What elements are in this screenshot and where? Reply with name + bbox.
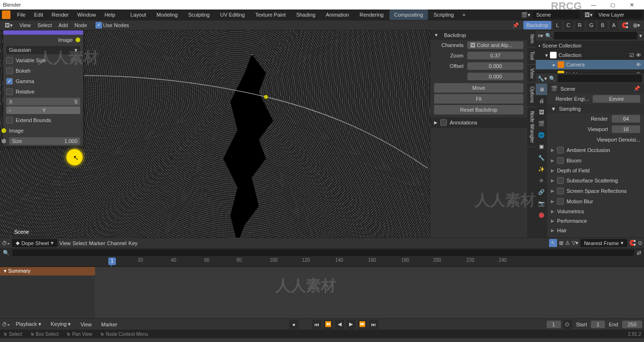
- blur-x-field[interactable]: X5: [6, 98, 80, 105]
- dope-show-sliders-icon[interactable]: ⊞: [559, 240, 563, 246]
- timeline-ruler[interactable]: 1 20406080100120140160180200220240: [0, 257, 644, 267]
- snap-type-dropdown[interactable]: ⊞▾: [631, 22, 642, 28]
- playbar-marker[interactable]: Marker: [97, 321, 121, 328]
- backdrop-toggle[interactable]: Backdrop: [523, 21, 551, 29]
- blur-type-dropdown[interactable]: Gaussian▾: [6, 46, 80, 54]
- zoom-field[interactable]: 0.37: [467, 52, 523, 59]
- tab-modeling[interactable]: Modeling: [152, 10, 183, 20]
- tab-animation[interactable]: Animation: [321, 10, 354, 20]
- offset-x-field[interactable]: 0.000: [467, 62, 523, 70]
- menu-window[interactable]: Window: [74, 10, 100, 20]
- image-output-socket[interactable]: [76, 38, 80, 42]
- viewlayer-browse-icon[interactable]: 🖼▾: [585, 12, 593, 18]
- dopesheet-editor-dropdown[interactable]: ⏱▾: [2, 240, 10, 246]
- scene-name-field[interactable]: Scene: [532, 11, 580, 19]
- maximize-button[interactable]: ▢: [603, 2, 622, 8]
- backdrop-panel-header[interactable]: ▼Backdrop: [430, 30, 527, 40]
- close-button[interactable]: ✕: [622, 2, 641, 8]
- dope-menu-view[interactable]: View: [59, 240, 71, 246]
- menu-edit[interactable]: Edit: [30, 10, 47, 20]
- scene-browse-icon[interactable]: 🎬▾: [521, 12, 530, 18]
- output-tab-icon[interactable]: 🖨: [536, 95, 547, 106]
- reset-backdrop-button[interactable]: Reset Backdrop: [434, 105, 523, 114]
- summary-row[interactable]: ▾ Summary: [0, 267, 95, 276]
- vtab-options[interactable]: Options: [527, 83, 536, 107]
- viewport-samples-field[interactable]: 16: [612, 125, 640, 133]
- annotations-panel-header[interactable]: ▶Annotations: [430, 117, 527, 128]
- compositor-menu-add[interactable]: Add: [56, 20, 71, 30]
- section-ambient-occlusion[interactable]: ▶Ambient Occlusion: [547, 145, 644, 155]
- tab-scripting[interactable]: Scripting: [429, 10, 459, 20]
- autokey-button[interactable]: ●: [289, 320, 299, 329]
- nearest-frame-dropdown[interactable]: Nearest Frame▾: [580, 239, 627, 247]
- outliner-collection[interactable]: ▾Collection☑👁: [536, 50, 644, 60]
- section-motion-blur[interactable]: ▶Motion Blur: [547, 196, 644, 207]
- minimize-button[interactable]: —: [584, 2, 603, 8]
- outliner-type-dropdown[interactable]: ≡▾: [538, 33, 543, 39]
- dope-menu-select[interactable]: Select: [73, 240, 87, 246]
- playback-dropdown[interactable]: Playback ▾: [12, 320, 45, 328]
- tab-sculpting[interactable]: Sculpting: [183, 10, 214, 20]
- dope-menu-marker[interactable]: Marker: [89, 240, 105, 246]
- props-search-field[interactable]: [558, 75, 642, 82]
- tab-layout[interactable]: Layout: [126, 10, 151, 20]
- relative-checkbox[interactable]: [6, 88, 13, 95]
- image-input-socket[interactable]: [1, 128, 6, 133]
- section-checkbox[interactable]: [557, 177, 564, 184]
- play-reverse-button[interactable]: ◀: [335, 320, 344, 329]
- eye-icon[interactable]: 👁: [636, 62, 641, 67]
- outliner-scene-collection[interactable]: ▪Scene Collection: [536, 41, 644, 50]
- dope-search-field[interactable]: [12, 249, 634, 256]
- snap-icon[interactable]: 🧲: [620, 22, 630, 28]
- channel-l[interactable]: L: [553, 21, 562, 29]
- section-checkbox[interactable]: [557, 147, 564, 153]
- pin-icon[interactable]: 📌: [634, 86, 640, 92]
- bokeh-checkbox[interactable]: [6, 67, 13, 74]
- filter-icon[interactable]: ▾: [639, 33, 642, 39]
- extend-bounds-checkbox[interactable]: [6, 117, 13, 124]
- menu-help[interactable]: Help: [101, 10, 119, 20]
- render-samples-field[interactable]: 64: [612, 115, 640, 123]
- playbar-view[interactable]: View: [76, 321, 95, 328]
- size-field[interactable]: Size1.000: [9, 137, 80, 145]
- section-screen-space-reflections[interactable]: ▶Screen Space Reflections: [547, 186, 644, 196]
- vtab-node-wrangler[interactable]: Node Wrangler: [527, 107, 536, 147]
- section-hair[interactable]: ▶Hair: [547, 226, 644, 235]
- tab-uv-editing[interactable]: UV Editing: [215, 10, 249, 20]
- channel-c[interactable]: C: [564, 21, 573, 29]
- editor-type-dropdown[interactable]: 🖼▾: [2, 20, 16, 30]
- jump-prev-key-button[interactable]: ⏪: [323, 320, 333, 329]
- gamma-checkbox[interactable]: [6, 78, 13, 85]
- object-tab-icon[interactable]: ▣: [536, 141, 547, 152]
- section-performance[interactable]: ▶Performance: [547, 216, 644, 226]
- data-tab-icon[interactable]: 📷: [536, 198, 547, 209]
- start-frame-field[interactable]: 1: [591, 321, 605, 328]
- menu-render[interactable]: Render: [48, 10, 73, 20]
- outliner-search-field[interactable]: [554, 32, 637, 39]
- sampling-header[interactable]: ▼Sampling: [547, 104, 644, 114]
- tab-shading[interactable]: Shading: [292, 10, 320, 20]
- end-frame-field[interactable]: 250: [622, 321, 642, 328]
- section-depth-of-field[interactable]: ▶Depth of Field: [547, 166, 644, 175]
- compositor-menu-view[interactable]: View: [17, 20, 34, 30]
- swap-icon[interactable]: ⇄: [637, 250, 641, 256]
- section-volumetrics[interactable]: ▶Volumetrics: [547, 207, 644, 216]
- jump-start-button[interactable]: ⏮: [312, 320, 322, 329]
- dope-menu-key[interactable]: Key: [129, 240, 138, 246]
- current-frame-field[interactable]: 1: [547, 321, 561, 328]
- section-shadows[interactable]: ▶Shadows: [547, 235, 644, 238]
- track-area[interactable]: [95, 267, 644, 318]
- current-frame-indicator[interactable]: 1: [108, 257, 116, 265]
- jump-end-button[interactable]: ⏭: [369, 320, 379, 329]
- dope-snap-icon[interactable]: 🧲: [629, 240, 636, 246]
- tab-compositing[interactable]: Compositing: [389, 10, 428, 20]
- section-checkbox[interactable]: [557, 198, 564, 205]
- channel-g[interactable]: G: [587, 21, 597, 29]
- eye-icon[interactable]: 👁: [636, 52, 641, 58]
- variable-size-checkbox[interactable]: [6, 57, 13, 64]
- pin-icon[interactable]: 📌: [510, 22, 522, 28]
- blur-node-header[interactable]: [3, 30, 83, 35]
- size-input-socket[interactable]: [1, 139, 6, 143]
- props-editor-dropdown[interactable]: 🔧▾: [538, 76, 547, 82]
- vtab-view[interactable]: View: [527, 65, 536, 83]
